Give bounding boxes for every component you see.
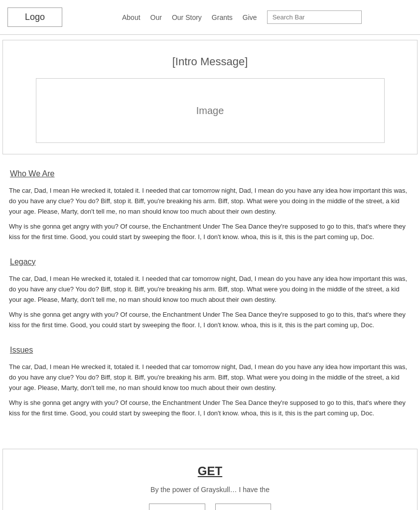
section-title-legacy: Legacy xyxy=(7,257,413,266)
section-legacy: LegacyThe car, Dad, I mean He wrecked it… xyxy=(7,257,413,331)
nav-our[interactable]: Our xyxy=(150,13,162,21)
section-paragraph-legacy-1: Why is she gonna get angry with you? Of … xyxy=(7,310,413,331)
section-paragraph-who-we-are-1: Why is she gonna get angry with you? Of … xyxy=(7,222,413,243)
intro-message: [Intro Message] xyxy=(172,55,248,68)
section-paragraph-issues-1: Why is she gonna get angry with you? Of … xyxy=(7,398,413,419)
cta-title: GET xyxy=(13,464,407,478)
section-title-issues: Issues xyxy=(7,346,413,355)
main-nav: About Our Our Story Grants Give xyxy=(122,10,413,24)
nav-give[interactable]: Give xyxy=(243,13,257,21)
section-paragraph-issues-0: The car, Dad, I mean He wrecked it, tota… xyxy=(7,362,413,393)
cta-buttons: CONTAC DONATE xyxy=(13,504,407,510)
section-issues: IssuesThe car, Dad, I mean He wrecked it… xyxy=(7,346,413,419)
section-title-who-we-are: Who We Are xyxy=(7,169,413,178)
cta-subtitle: By the power of Grayskull… I have the xyxy=(13,486,407,494)
cta-section: GET By the power of Grayskull… I have th… xyxy=(2,449,418,510)
section-paragraph-legacy-0: The car, Dad, I mean He wrecked it, tota… xyxy=(7,274,413,305)
hero-image: Image xyxy=(36,78,385,143)
nav-our-story[interactable]: Our Story xyxy=(172,13,202,21)
search-input[interactable] xyxy=(267,10,362,24)
hero-section: [Intro Message] Image xyxy=(2,40,418,154)
main-content: Who We AreThe car, Dad, I mean He wrecke… xyxy=(0,159,420,439)
donate-button[interactable]: DONATE xyxy=(215,504,271,510)
contact-button[interactable]: CONTAC xyxy=(149,504,205,510)
section-who-we-are: Who We AreThe car, Dad, I mean He wrecke… xyxy=(7,169,413,243)
nav-grants[interactable]: Grants xyxy=(212,13,233,21)
nav-about[interactable]: About xyxy=(122,13,140,21)
section-paragraph-who-we-are-0: The car, Dad, I mean He wrecked it, tota… xyxy=(7,186,413,217)
header: Logo About Our Our Story Grants Give xyxy=(0,0,420,35)
logo: Logo xyxy=(7,7,62,27)
